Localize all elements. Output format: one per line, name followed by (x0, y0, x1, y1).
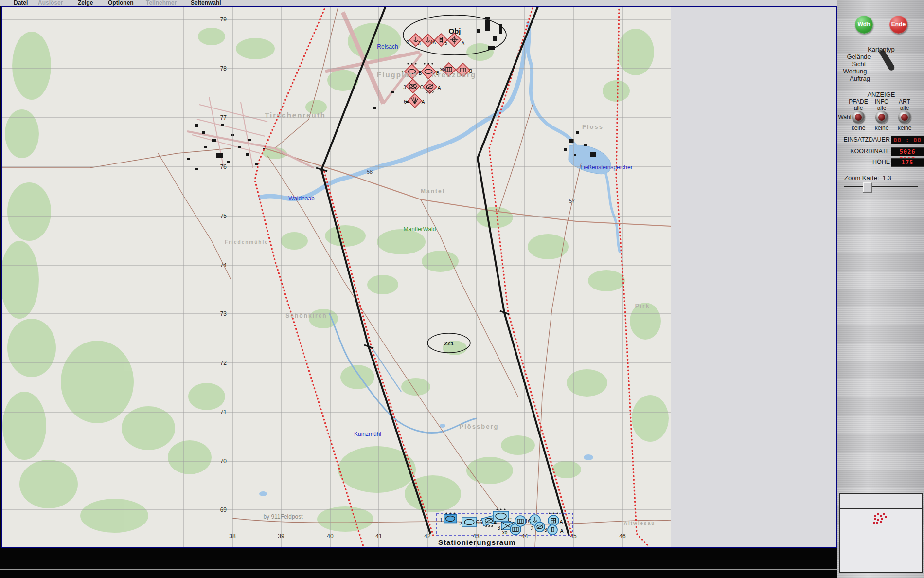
unit-label: 2 (406, 40, 409, 45)
unit-label: A (422, 99, 425, 105)
menu-ausloeser: Auslöser (38, 0, 63, 6)
grid-label-y: 78 (220, 65, 227, 72)
bottom-bar (0, 548, 837, 578)
minimap-unit-dot (877, 519, 879, 521)
unit-label: 5 (444, 40, 447, 46)
kartentyp-option-wertung[interactable]: Wertung (832, 68, 878, 75)
info-knob[interactable] (875, 111, 888, 124)
grid-label-x: 41 (375, 533, 382, 540)
map-label: ZZ1 (444, 341, 454, 346)
map-empty-background (671, 7, 836, 547)
wdh-button[interactable]: Wdh (855, 16, 873, 34)
map-label: Altwiesau (624, 521, 656, 526)
friendly-unit-symbol[interactable] (493, 511, 509, 521)
map-label: 57 (569, 198, 575, 204)
menu-seitenwahl[interactable]: Seitenwahl (191, 0, 221, 6)
control-panel: Wdh Ende Kartentyp Gelände Sicht Wertung… (837, 0, 924, 578)
kartentyp-option-auftrag[interactable]: Auftrag (836, 75, 883, 82)
map-window: 3839404142434445467978777675747372717069 (1, 6, 837, 548)
art-knob[interactable] (898, 111, 911, 124)
hoehe-display: 175 (891, 158, 924, 167)
unit-label: C (476, 520, 479, 525)
friendly-unit-symbol[interactable] (548, 525, 557, 535)
grid-label-y: 71 (220, 409, 227, 415)
unit-label: A (438, 85, 441, 90)
menu-zeige[interactable]: Zeige (78, 0, 93, 6)
unit-label: 3 (531, 526, 533, 531)
grid-label-y: 79 (220, 16, 227, 23)
map-label: by 911Feldpost (263, 513, 303, 520)
friendly-unit-symbol[interactable] (444, 515, 457, 523)
unit-label: 3 (544, 527, 547, 533)
kartentyp-selector-knob[interactable] (876, 48, 900, 73)
unit-label: C (508, 517, 511, 523)
unit-label: 4A (430, 40, 436, 45)
unit-label: B (419, 71, 422, 76)
minimap-unit-dot (877, 513, 879, 515)
koordinate-display: 5026 7537 (891, 147, 924, 156)
ende-button[interactable]: Ende (889, 16, 907, 34)
grid-label-x: 39 (278, 533, 284, 540)
grid-label-y: 70 (220, 458, 227, 465)
map-label: Ließensteinspeicher (580, 164, 632, 171)
map-label: 58 (367, 169, 373, 175)
unit-label: xo (502, 530, 508, 535)
wahl-label: Wahl (837, 114, 852, 121)
zoom-karte-label: Zoom Karte: 1.3 (844, 174, 891, 181)
hoehe-label: HÖHE (872, 159, 890, 165)
friendly-unit-symbol[interactable] (535, 522, 545, 532)
menu-teilnehmer: Teilnehmer (146, 0, 177, 6)
map-label: Stationierungsraum (438, 538, 516, 546)
map-canvas[interactable]: 3839404142434445467978777675747372717069 (2, 7, 836, 547)
unit-label: 1 (440, 518, 443, 523)
map-label: Pirk (635, 303, 650, 309)
map-label: Kainzmühl (354, 431, 381, 437)
map-label: Flugplatz (377, 71, 418, 79)
map-label: Obj (449, 27, 461, 35)
grid-label-y: 76 (220, 163, 227, 170)
grid-label-y: 72 (220, 360, 227, 366)
map-label: Tirschenreuth (265, 111, 326, 119)
map-label: Mantel (421, 188, 445, 195)
art-keine-label: keine (891, 125, 918, 131)
map-label: MantlerWald (404, 226, 436, 233)
overview-minimap[interactable] (839, 493, 923, 573)
minimap-header (840, 494, 922, 509)
grid-label-y: 77 (220, 114, 227, 121)
einsatzdauer-display: 00 : 00 (891, 136, 924, 144)
unit-label: 3 (403, 85, 406, 90)
menu-optionen[interactable]: Optionen (108, 0, 134, 6)
map-label: Friedenmühle (225, 239, 268, 245)
unit-label: 3 (498, 525, 500, 531)
zoom-slider-track[interactable] (844, 186, 918, 187)
unit-label: C (420, 85, 423, 90)
grid-label-y: 73 (220, 310, 227, 317)
pfade-knob[interactable] (852, 111, 865, 124)
friendly-unit-symbol[interactable] (548, 515, 559, 526)
unit-label: 6 (404, 99, 407, 105)
unit-label: 2 (459, 521, 462, 526)
friendly-unit-symbol[interactable] (515, 516, 526, 526)
unit-label: 6 (480, 520, 482, 525)
grid-label-x: 44 (521, 533, 528, 540)
unit-label: A (462, 41, 465, 46)
grid-label-x: 46 (619, 533, 626, 540)
kartentyp-option-sicht[interactable]: Sicht (835, 60, 882, 68)
zoom-slider-handle[interactable] (863, 182, 872, 193)
unit-label: A (560, 528, 564, 534)
kartentyp-option-gelaende[interactable]: Gelände (835, 53, 882, 60)
unit-label: A (494, 520, 497, 525)
minimap-unit-dot (874, 518, 876, 520)
minimap-unit-dot (873, 522, 875, 524)
application-screen: Datei Auslöser Zeige Optionen Teilnehmer… (0, 0, 924, 578)
grid-label-x: 38 (229, 533, 236, 540)
friendly-unit-symbol[interactable] (462, 518, 477, 526)
minimap-unit-dot (883, 513, 885, 515)
map-label: Plössberg (460, 423, 499, 430)
menu-datei[interactable]: Datei (14, 0, 28, 6)
minimap-unit-dot (874, 515, 876, 517)
unit-label: 3 (418, 41, 421, 46)
grid-label-y: 69 (220, 506, 227, 513)
einsatzdauer-label: EINSATZDAUER (843, 136, 890, 143)
minimap-unit-dot (880, 521, 882, 523)
